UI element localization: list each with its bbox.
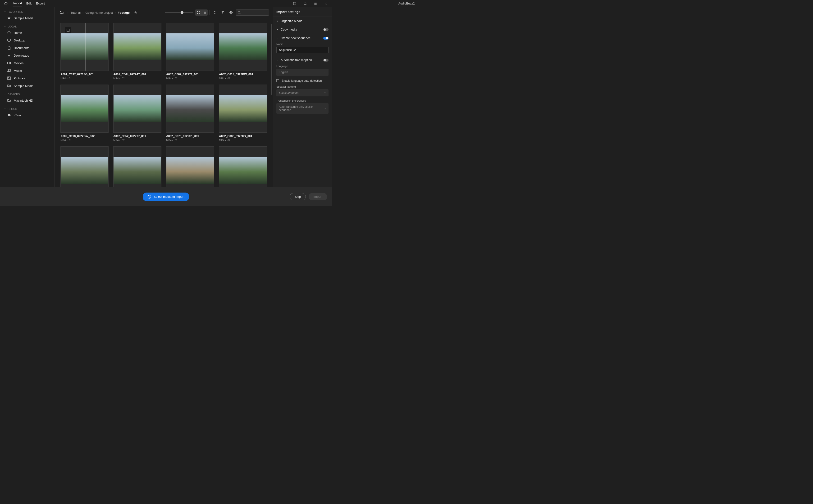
- list-view-button[interactable]: [201, 9, 208, 16]
- clip-item[interactable]: A002_C076_0922S1_001MP4 • :01: [166, 85, 214, 142]
- monitor-icon: [7, 38, 11, 42]
- clip-item[interactable]: A001_C037_0921FG_001MP4 • :01: [60, 23, 108, 80]
- clip-metadata: MP4 • :07: [219, 77, 267, 80]
- footer-bar: Select media to import Skip Import: [0, 187, 332, 206]
- clip-grid-scroll[interactable]: A001_C037_0921FG_001MP4 • :01A001_C064_0…: [55, 18, 273, 187]
- sidebar-item-desktop[interactable]: Desktop: [0, 36, 54, 44]
- sidebar-item-sample-media-fav[interactable]: Sample Media: [0, 14, 54, 22]
- svg-rect-0: [294, 2, 296, 5]
- tab-edit[interactable]: Edit: [26, 1, 31, 6]
- clip-item[interactable]: A002_C018_0922BW_002MP4 • :01: [60, 85, 108, 142]
- clip-metadata: MP4 • :01: [166, 139, 214, 142]
- clip-metadata: MP4 • :01: [60, 77, 108, 80]
- clip-name: A001_C037_0921FG_001: [60, 73, 108, 76]
- workspace-icon[interactable]: [292, 0, 298, 7]
- share-icon[interactable]: [302, 0, 308, 7]
- clip-item[interactable]: A002_C009_092221_001MP4 • :02: [166, 23, 214, 80]
- clip-item[interactable]: A002_C086_09220G_001MP4 • :02: [219, 85, 267, 142]
- sidebar-item-music[interactable]: Music: [0, 67, 54, 74]
- svg-point-12: [238, 11, 240, 13]
- copy-media-toggle[interactable]: [323, 28, 329, 31]
- create-sequence-section[interactable]: Create new sequence: [276, 36, 329, 40]
- create-sequence-toggle[interactable]: [323, 37, 329, 40]
- clip-item[interactable]: [166, 146, 214, 187]
- folder-picker-icon[interactable]: [58, 9, 65, 16]
- clip-thumbnail[interactable]: [219, 23, 267, 71]
- tab-export[interactable]: Export: [36, 1, 45, 6]
- auto-transcription-toggle[interactable]: [323, 59, 329, 62]
- clip-metadata: MP4 • :02: [166, 77, 214, 80]
- chevron-down-icon: [276, 59, 279, 61]
- clip-item[interactable]: A001_C064_09224Y_001MP4 • :02: [113, 23, 161, 80]
- organize-media-section[interactable]: Organize Media: [276, 19, 329, 23]
- speaker-labeling-value: Select an option: [279, 91, 299, 95]
- home-icon[interactable]: [3, 0, 9, 7]
- sidebar-item-icloud[interactable]: iCloud: [0, 111, 54, 119]
- clip-thumbnail[interactable]: [166, 146, 214, 187]
- clip-thumbnail[interactable]: [60, 146, 108, 187]
- sidebar-item-sample-media[interactable]: Sample Media: [0, 82, 54, 90]
- clip-item[interactable]: [60, 146, 108, 187]
- sequence-name-input[interactable]: [276, 47, 329, 53]
- svg-rect-8: [198, 11, 199, 12]
- sidebar-header-cloud[interactable]: CLOUD: [0, 107, 54, 111]
- sidebar-section-local: LOCAL Home Desktop Documents Downloads M…: [0, 24, 54, 90]
- scrollbar[interactable]: [271, 24, 272, 95]
- auto-transcription-section[interactable]: Automatic transcription: [276, 58, 329, 62]
- chevron-right-icon: [276, 20, 279, 22]
- clip-thumbnail[interactable]: [113, 85, 161, 133]
- clip-thumbnail[interactable]: [219, 85, 267, 133]
- sort-button[interactable]: [212, 9, 218, 16]
- filter-icon[interactable]: [220, 9, 226, 16]
- clip-item[interactable]: [219, 146, 267, 187]
- sidebar-header-devices[interactable]: DEVICES: [0, 92, 54, 97]
- breadcrumb-footage[interactable]: Footage: [118, 11, 130, 14]
- breadcrumb-project[interactable]: Going Home project: [85, 11, 113, 14]
- clip-thumbnail[interactable]: [113, 23, 161, 71]
- clip-thumbnail[interactable]: [166, 23, 214, 71]
- language-auto-detect-checkbox[interactable]: [276, 79, 279, 82]
- clip-thumbnail[interactable]: [166, 85, 214, 133]
- quick-export-icon[interactable]: [312, 0, 319, 7]
- sidebar-item-home[interactable]: Home: [0, 29, 54, 36]
- top-menu-bar: Import Edit Export AudioBuzz2: [0, 0, 332, 7]
- sidebar-item-documents[interactable]: Documents: [0, 44, 54, 52]
- stop-icon[interactable]: [65, 27, 71, 33]
- tab-import[interactable]: Import: [13, 0, 22, 6]
- clip-item[interactable]: [113, 146, 161, 187]
- sidebar-header-favorites[interactable]: FAVORITES: [0, 9, 54, 14]
- clip-thumbnail[interactable]: [60, 85, 108, 133]
- clip-thumbnail[interactable]: [113, 146, 161, 187]
- clip-thumbnail[interactable]: [219, 146, 267, 187]
- separator: [210, 10, 210, 15]
- file-icon: [7, 46, 11, 50]
- camera-icon: [7, 61, 11, 65]
- clip-item[interactable]: A002_C052_0922T7_001MP4 • :02: [113, 85, 161, 142]
- speaker-labeling-select[interactable]: Select an option: [276, 89, 329, 96]
- media-browser: › Tutorial › Going Home project › Footag…: [54, 7, 273, 187]
- transcription-preferences-select[interactable]: Auto-transcribe only clips in sequence: [276, 103, 329, 114]
- sidebar-item-macintosh-hd[interactable]: Macintosh HD: [0, 97, 54, 104]
- sidebar-item-pictures[interactable]: Pictures: [0, 74, 54, 82]
- favorite-star-icon[interactable]: [132, 9, 139, 16]
- slider-handle[interactable]: [180, 11, 183, 14]
- grid-view-button[interactable]: [195, 9, 201, 16]
- sidebar-header-local[interactable]: LOCAL: [0, 24, 54, 29]
- breadcrumb-tutorial[interactable]: Tutorial: [70, 11, 81, 14]
- visibility-icon[interactable]: [228, 9, 234, 16]
- clip-thumbnail[interactable]: [60, 23, 108, 71]
- language-select[interactable]: English: [276, 69, 329, 76]
- chevron-right-icon: [276, 28, 279, 31]
- image-icon: [7, 76, 11, 80]
- skip-button[interactable]: Skip: [290, 193, 306, 200]
- sidebar-item-downloads[interactable]: Downloads: [0, 52, 54, 59]
- clip-metadata: MP4 • :02: [113, 77, 161, 80]
- sidebar-item-label: Music: [14, 69, 22, 72]
- sidebar-item-movies[interactable]: Movies: [0, 59, 54, 67]
- fullscreen-icon[interactable]: [323, 0, 329, 7]
- clip-item[interactable]: A002_C018_0922BW_001MP4 • :07: [219, 23, 267, 80]
- thumbnail-size-slider[interactable]: [165, 12, 193, 13]
- import-button[interactable]: Import: [309, 193, 327, 200]
- copy-media-section[interactable]: Copy media: [276, 28, 329, 31]
- search-input[interactable]: [236, 9, 269, 16]
